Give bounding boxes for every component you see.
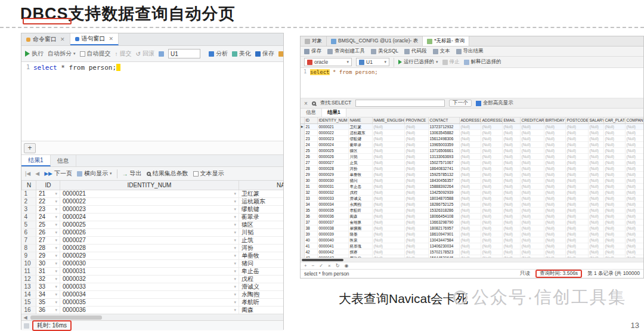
discard-changes-icon[interactable]: × bbox=[328, 263, 331, 268]
result-table[interactable]: N ID IDENTITY_NUM NAME 1▾21▾0000021▾卫红篆2… bbox=[21, 181, 283, 314]
highlight-all-toggle[interactable]: 全部高亮显示 bbox=[476, 100, 513, 107]
column-header[interactable]: ID bbox=[36, 181, 60, 190]
table-row[interactable]: 8▾28▾0000028▾洱扮 bbox=[22, 244, 284, 252]
beautify-button[interactable]: 美化 bbox=[232, 50, 251, 58]
apply-changes-icon[interactable]: ✓ bbox=[319, 263, 323, 268]
table-row[interactable]: 11▾31▾0000031▾卑止岳 bbox=[22, 267, 284, 275]
save-button[interactable]: 保存 bbox=[255, 50, 274, 58]
column-header[interactable]: IDENTITY_NUM bbox=[60, 181, 239, 190]
column-header[interactable]: CREDITCARD bbox=[520, 117, 544, 123]
stop-record-icon[interactable]: ◉ bbox=[344, 263, 348, 268]
table-row[interactable]: 9▾29▾0000029▾单垂牧 bbox=[22, 252, 284, 259]
table-row[interactable]: 3▾23▾0000023▾缪航键 bbox=[22, 205, 284, 213]
table-row[interactable]: 15▾35▾0000035▾孝航听 bbox=[22, 298, 284, 306]
table-row[interactable]: 7▾27▾0000027▾止筑 bbox=[22, 236, 284, 244]
column-header[interactable]: ADDRESS2 bbox=[481, 117, 502, 123]
find-input[interactable] bbox=[355, 100, 445, 107]
table-row[interactable]: 6▾26▾0000026▾川韬 bbox=[22, 228, 284, 236]
add-record-icon[interactable]: + bbox=[304, 263, 307, 268]
column-header[interactable]: IDENTITY_NUM bbox=[317, 117, 348, 123]
sql-editor[interactable]: 1 select * from person; bbox=[301, 68, 643, 98]
save-button[interactable]: 保存 bbox=[304, 48, 321, 55]
table-row[interactable]: 12▾32▾0000032▾戊程 bbox=[22, 275, 284, 283]
add-tab-button[interactable]: + bbox=[24, 143, 36, 153]
display-mode-dropdown[interactable]: 横向显示 ▾ bbox=[77, 169, 112, 178]
table-row[interactable]: 4▾24▾0000024▾蘅翠录 bbox=[22, 213, 284, 221]
grid-row[interactable]: 280000028洱扮(Null)(Null)18640832741(Null)… bbox=[301, 165, 643, 171]
tab-result1[interactable]: 结果1 bbox=[21, 155, 51, 166]
column-header[interactable]: COMPANY bbox=[625, 117, 643, 123]
text-display-checkbox[interactable]: 文本显示 bbox=[193, 169, 224, 178]
horizontal-scrollbar[interactable]: ◀ bbox=[21, 314, 283, 320]
tab-untitled-query[interactable]: *无标题- 查询 bbox=[423, 36, 469, 46]
scroll-left-icon[interactable]: ◀ bbox=[21, 315, 29, 320]
rollback-button[interactable]: ↺ 回滚 bbox=[136, 50, 154, 58]
table-row[interactable]: 14▾34▾0000034▾永陶煦 bbox=[22, 290, 284, 298]
column-header[interactable]: ADDRESS1 bbox=[459, 117, 481, 123]
grid-row[interactable]: 370000037金翊豚(Null)(Null)13663298790(Null… bbox=[301, 219, 643, 225]
export-button[interactable]: → 导出 bbox=[122, 169, 142, 178]
analyze-button[interactable]: 分析 bbox=[209, 50, 228, 58]
close-icon[interactable]: ✕ bbox=[60, 36, 65, 42]
grid-row[interactable]: 320000032戊程(Null)(Null)13425092939(Null)… bbox=[301, 189, 643, 195]
load-button[interactable]: 加载 bbox=[278, 50, 283, 58]
result-grid[interactable]: IDIDENTITY_NUMNAMENAME_ENGLISHPROVINCECO… bbox=[301, 117, 643, 258]
column-header[interactable]: NAME_ENGLISH bbox=[372, 117, 404, 123]
grid-row[interactable]: 220000022运杭颖东(Null)(Null)13063545882(Nul… bbox=[301, 129, 643, 135]
text-mode-button[interactable]: 文本 bbox=[433, 48, 450, 55]
column-header[interactable]: POSTCODE bbox=[565, 117, 588, 123]
grid-row[interactable]: 400000040医泉(Null)(Null)13043447584(Null)… bbox=[301, 237, 643, 243]
grid-row[interactable]: 340000034永陶煦(Null)(Null)18286752125(Null… bbox=[301, 201, 643, 207]
column-header[interactable]: CONTACT bbox=[428, 117, 459, 123]
horizontal-scrollbar[interactable] bbox=[301, 258, 643, 262]
schema-input[interactable] bbox=[168, 49, 200, 58]
grid-row[interactable]: 290000029单垂牧(Null)(Null)15925785132(Null… bbox=[301, 171, 643, 177]
table-row[interactable]: 2▾22▾0000022▾运杭颖东 bbox=[22, 197, 284, 205]
column-header[interactable]: ID bbox=[304, 117, 317, 123]
run-selected-button[interactable]: 运行已选择的 ▾ bbox=[398, 58, 438, 66]
tab-command-window[interactable]: 命令窗口 ✕ bbox=[21, 33, 70, 45]
run-button[interactable]: 执行 bbox=[25, 50, 44, 58]
grid-row[interactable]: 250000025猿区(Null)(Null)13716506661(Null)… bbox=[301, 147, 643, 153]
delete-record-icon[interactable]: − bbox=[312, 263, 315, 268]
grid-row[interactable]: ▶210000021卫红篆(Null)(Null)13723712932(Nul… bbox=[301, 123, 643, 129]
rowcount-button[interactable]: 结果集总条数 bbox=[147, 169, 188, 178]
column-header[interactable]: EMAIL bbox=[502, 117, 520, 123]
tab-result1[interactable]: 结果1 bbox=[322, 109, 346, 117]
scrollbar-thumb[interactable] bbox=[30, 315, 102, 320]
grid-row[interactable]: 230000023缪航键(Null)(Null)15612498306(Null… bbox=[301, 135, 643, 141]
grid-row[interactable]: 350000035孝航听(Null)(Null)15326318286(Null… bbox=[301, 207, 643, 213]
scrollbar-thumb[interactable] bbox=[302, 259, 343, 261]
column-header[interactable]: PROVINCE bbox=[404, 117, 428, 123]
query-builder-button[interactable]: 查询创建工具 bbox=[327, 48, 365, 55]
tab-info[interactable]: 信息 bbox=[301, 109, 322, 117]
grid-row[interactable]: 330000033滑诚义(Null)(Null)18034870588(Null… bbox=[301, 195, 643, 201]
table-row[interactable]: 10▾30▾0000030▾猪问 bbox=[22, 259, 284, 267]
next-page-button[interactable]: ▶▶ 下一页 bbox=[44, 169, 72, 178]
commit-button[interactable]: ↑ 提交 bbox=[115, 50, 132, 58]
grid-row[interactable]: 260000026川韬(Null)(Null)13133063693(Null)… bbox=[301, 153, 643, 159]
prev-page-icon[interactable]: ◀ bbox=[35, 171, 39, 177]
auto-commit-checkbox[interactable]: 自动提交 bbox=[80, 50, 111, 58]
table-row[interactable]: 13▾33▾0000033▾滑诚义 bbox=[22, 283, 284, 290]
tab-info[interactable]: 信息 bbox=[51, 155, 76, 166]
column-header[interactable]: CAR_PLATE bbox=[603, 117, 625, 123]
grid-row[interactable]: 410000041慈慕瑰(Null)(Null)13406230034(Null… bbox=[301, 243, 643, 249]
auto-split-dropdown[interactable]: 自动拆分 ▾ bbox=[48, 50, 76, 58]
find-next-button[interactable]: 下一个 bbox=[449, 100, 472, 107]
column-header[interactable]: NAME bbox=[348, 117, 372, 123]
tab-bmsql-config-table[interactable]: BMSQL_CONFIG @U1 (oracle)- 表 bbox=[327, 36, 423, 46]
close-icon[interactable]: × bbox=[304, 100, 308, 107]
refresh-icon[interactable]: ↻ bbox=[336, 263, 340, 268]
grid-row[interactable]: 390000039隆墨(Null)(Null)18610947901(Null)… bbox=[301, 231, 643, 237]
table-row[interactable]: 16▾36▾0000036▾阖森 bbox=[22, 306, 284, 314]
close-icon[interactable]: ✕ bbox=[109, 36, 114, 42]
beautify-sql-button[interactable]: 美化SQL bbox=[371, 48, 398, 55]
explain-selected-button[interactable]: 解释已选择的 bbox=[464, 58, 501, 66]
schema-select[interactable]: U1 ▾ bbox=[356, 58, 389, 66]
column-header[interactable]: NAME bbox=[239, 181, 284, 190]
sql-editor[interactable]: 1 select * from person; bbox=[21, 62, 283, 141]
grid-row[interactable]: 360000036阖森(Null)(Null)18066454108(Null)… bbox=[301, 213, 643, 219]
grid-row[interactable]: 240000024蘅翠录(Null)(Null)13965003359(Null… bbox=[301, 141, 643, 147]
grid-row[interactable]: 380000038暴骥圈(Null)(Null)18082176957(Null… bbox=[301, 225, 643, 231]
